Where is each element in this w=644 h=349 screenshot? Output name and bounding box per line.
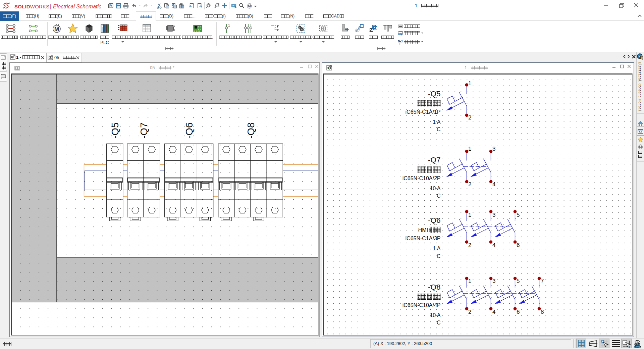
svg-text:N-1: N-1	[398, 39, 403, 43]
svg-text:2: 2	[468, 242, 471, 248]
svg-text:1 A: 1 A	[433, 246, 440, 251]
svg-text:iC65N-C10A/2P: iC65N-C10A/2P	[402, 176, 441, 181]
svg-text:4: 4	[492, 181, 495, 188]
svg-text:SOLIDWORKS: SOLIDWORKS	[14, 4, 50, 9]
svg-text:iC65N-C1A/3P: iC65N-C1A/3P	[406, 236, 441, 241]
svg-text:-Q7: -Q7	[428, 156, 441, 164]
svg-text:10 A: 10 A	[430, 312, 440, 318]
svg-text:1: 1	[468, 278, 471, 284]
svg-text:8: 8	[541, 309, 544, 315]
svg-text:|: |	[50, 4, 51, 9]
svg-text:6: 6	[517, 309, 520, 315]
svg-text:M: M	[54, 26, 59, 33]
svg-text:1: 1	[468, 212, 471, 218]
svg-text:C: C	[437, 127, 441, 132]
svg-text:-Q5: -Q5	[428, 90, 441, 98]
svg-text:C: C	[437, 320, 441, 326]
svg-text:4: 4	[492, 309, 495, 315]
svg-text:3: 3	[492, 278, 495, 284]
svg-text:1: 1	[228, 23, 230, 27]
svg-text:iC65N-C10A/4P: iC65N-C10A/4P	[402, 302, 441, 308]
svg-text:5: 5	[517, 212, 520, 218]
svg-text:3: 3	[492, 212, 495, 218]
svg-text:7: 7	[541, 278, 544, 284]
svg-text:4: 4	[492, 242, 495, 248]
svg-text:5: 5	[517, 278, 520, 284]
svg-text:1: 1	[468, 146, 471, 152]
svg-text:iC65N-C1A/1P: iC65N-C1A/1P	[406, 109, 441, 115]
svg-text:10 A: 10 A	[430, 186, 440, 191]
svg-text:Electrical Schematic: Electrical Schematic	[53, 4, 101, 9]
svg-text:-Q8: -Q8	[428, 283, 441, 291]
svg-text:2: 2	[468, 309, 471, 315]
svg-text:M: M	[248, 4, 251, 8]
svg-text:HMI: HMI	[418, 227, 428, 233]
svg-text:C: C	[437, 193, 441, 199]
svg-text:C: C	[437, 253, 441, 259]
svg-text:3: 3	[492, 146, 495, 152]
svg-text:M: M	[639, 145, 642, 149]
svg-text:2: 2	[468, 114, 471, 121]
svg-text:2: 2	[468, 181, 471, 188]
svg-text:-Q6: -Q6	[428, 216, 441, 225]
svg-text:1 A: 1 A	[433, 119, 440, 125]
svg-text:1: 1	[468, 80, 471, 87]
svg-text:6: 6	[517, 242, 520, 248]
